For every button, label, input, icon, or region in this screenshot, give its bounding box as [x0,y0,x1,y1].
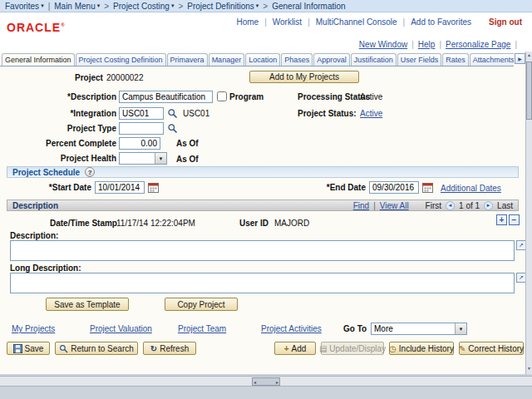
scroll-up-icon[interactable]: ▲ [527,52,531,57]
start-date-input[interactable] [95,181,145,194]
personalize-page-link[interactable]: Personalize Page [446,40,510,49]
percent-complete-label: Percent Complete [33,139,116,148]
scroll-right-icon[interactable]: ▸ [276,379,278,385]
breadcrumb-divider: | [48,2,51,11]
project-status-link[interactable]: Active [360,109,382,118]
health-as-of-label: As Of [176,155,199,164]
project-schedule-header: Project Schedule ? [7,166,519,178]
scroll-down-icon[interactable]: ▼ [527,366,531,371]
tab-attachments[interactable]: Attachments [470,53,514,66]
long-description-textarea[interactable] [10,273,515,293]
description-input[interactable] [119,91,213,103]
breadcrumb-project-definitions[interactable]: Project Definitions▾ [187,2,259,11]
tab-general-information[interactable]: General Information [2,53,75,66]
last-label: Last [497,201,513,210]
add-to-my-projects-button[interactable]: Add to My Projects [249,71,359,83]
add-to-favorites-link[interactable]: Add to Favorites [411,17,471,27]
save-button[interactable]: Save [7,342,50,355]
help-link[interactable]: Help [418,40,436,49]
additional-dates-link[interactable]: Additional Dates [441,184,501,193]
end-date-label: *End Date [316,183,366,192]
scroll-left-icon[interactable]: ◂ [254,379,256,385]
link-divider: | [308,17,310,27]
start-date-calendar-icon[interactable] [148,182,159,193]
horizontal-scrollbar-thumb[interactable]: ◂ ▸ [252,377,280,386]
breadcrumb-separator: > [104,2,109,11]
description-textarea[interactable] [10,240,515,261]
breadcrumb-general-information[interactable]: General Information [272,2,345,11]
integration-description: USC01 [183,109,209,118]
project-label: Project [75,73,103,82]
delete-row-button[interactable]: − [509,214,520,225]
project-type-input[interactable] [119,122,164,135]
first-page-icon[interactable]: ◄ [446,201,455,210]
integration-lookup-icon[interactable] [167,108,178,119]
return-to-search-button[interactable]: Return to Search [55,342,138,355]
breadcrumb-general-information-label: General Information [272,2,345,11]
sign-out-link[interactable]: Sign out [489,17,522,27]
project-activities-link[interactable]: Project Activities [261,324,322,333]
goto-select[interactable]: More ▼ [371,323,467,335]
end-date-calendar-icon[interactable] [422,182,433,193]
save-as-template-button[interactable]: Save as Template [46,298,129,311]
program-label: Program [229,92,264,101]
view-all-link[interactable]: View All [380,201,409,210]
project-type-lookup-icon[interactable] [167,123,178,134]
tab-primavera[interactable]: Primavera [167,53,208,66]
update-display-label: Update/Display [329,344,386,353]
tab-scroll-right-icon[interactable]: ▶ [515,53,525,64]
program-checkbox[interactable] [217,91,227,101]
multichannel-console-link[interactable]: MultiChannel Console [316,17,397,27]
tab-justification[interactable]: Justification [351,53,397,66]
link-divider: | [373,201,376,210]
my-projects-link[interactable]: My Projects [12,324,55,333]
find-link[interactable]: Find [353,201,369,210]
include-history-button[interactable]: ◷ Include History [389,342,454,355]
add-button[interactable]: + Add [274,342,316,355]
worklist-link[interactable]: Worklist [273,17,302,27]
add-button-label: Add [292,344,307,353]
tab-approval[interactable]: Approval [313,53,350,66]
link-divider: | [403,17,406,27]
project-health-select[interactable]: ▼ [119,152,167,165]
breadcrumb: Favorites▾ | Main Menu▾ > Project Costin… [0,0,532,12]
chevron-down-icon: ▼ [455,323,466,334]
page-info: 1 of 1 [459,201,480,210]
tab-rates[interactable]: Rates [442,53,469,66]
tab-user-fields[interactable]: User Fields [397,53,442,66]
include-history-icon: ◷ [389,344,397,353]
tab-project-costing-definition[interactable]: Project Costing Definition [76,53,166,66]
chevron-down-icon: ▾ [97,2,101,9]
integration-input[interactable] [119,107,164,120]
tab-bar: General Information Project Costing Defi… [0,52,514,66]
user-id-label: User ID [239,219,268,228]
end-date-input[interactable] [369,181,419,194]
project-valuation-link[interactable]: Project Valuation [90,324,152,333]
horizontal-scrollbar[interactable]: ◂ ▸ [0,376,532,387]
tab-manager[interactable]: Manager [209,53,245,66]
refresh-button[interactable]: ↻ Refresh [143,342,196,355]
link-divider: | [439,40,441,49]
last-page-icon[interactable]: ► [484,201,493,210]
project-team-link[interactable]: Project Team [178,324,226,333]
copy-project-button[interactable]: Copy Project [165,298,238,311]
correct-history-label: Correct History [468,344,524,353]
update-display-icon: ▤ [319,344,327,353]
add-row-button[interactable]: + [496,214,507,225]
vertical-scrollbar-thumb[interactable] [526,62,532,120]
breadcrumb-main-menu[interactable]: Main Menu▾ [54,2,100,11]
home-link[interactable]: Home [236,17,259,27]
tab-phases[interactable]: Phases [281,53,313,66]
breadcrumb-separator: > [263,2,268,11]
help-icon[interactable]: ? [85,167,95,177]
correct-history-button[interactable]: ✎ Correct History [459,342,524,355]
breadcrumb-favorites[interactable]: Favorites▾ [5,2,44,11]
percent-complete-input[interactable] [119,137,160,150]
new-window-link[interactable]: New Window [359,40,407,49]
plus-icon: + [284,344,289,353]
vertical-scrollbar[interactable]: ▲ ▼ [525,52,532,374]
oracle-logo: ORACLE® [7,21,66,34]
tab-location[interactable]: Location [245,53,280,66]
breadcrumb-project-costing[interactable]: Project Costing▾ [113,2,174,11]
goto-label: Go To [343,324,367,333]
